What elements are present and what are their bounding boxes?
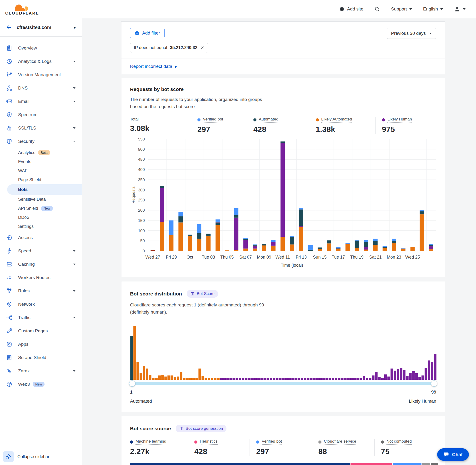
stat-label[interactable]: Likely Human: [387, 117, 412, 123]
stat-label[interactable]: Likely Automated: [321, 117, 352, 123]
slider-max-label: Likely Human: [409, 399, 436, 404]
date-range-select[interactable]: Previous 30 days: [387, 28, 436, 39]
filter-chip-text: IP does not equal: [134, 45, 167, 50]
stat-label[interactable]: Verified bot: [203, 117, 223, 123]
stat-automated: Automated428: [247, 117, 309, 134]
sidebar-item-waf[interactable]: WAF: [0, 166, 82, 175]
caret-down-icon: [73, 264, 75, 265]
svg-text:Sat 21: Sat 21: [369, 255, 382, 260]
sidebar-item-web3[interactable]: Web3New: [0, 378, 82, 391]
legend-dot: [256, 441, 259, 444]
sidebar-item-settings[interactable]: Settings: [0, 222, 82, 231]
stat-machine-learning: Machine learning2.27k: [130, 439, 188, 456]
chevron-right-icon[interactable]: ▸: [74, 25, 76, 30]
account-menu[interactable]: [454, 6, 465, 12]
sidebar-item-sensitive-data[interactable]: Sensitive Data: [0, 195, 82, 204]
stat-label[interactable]: Not computed: [386, 439, 412, 445]
stat-label[interactable]: Heuristics: [200, 439, 218, 445]
bot-score-generation-badge[interactable]: Bot score generation: [176, 425, 227, 432]
stat-label[interactable]: Machine learning: [136, 439, 166, 445]
svg-text:Wed 27: Wed 27: [146, 255, 160, 260]
requests-stacked-bar-chart[interactable]: 050100150200250300350400450500550Wed 27F…: [130, 135, 436, 273]
sidebar-item-analytics-logs[interactable]: Analytics & Logs: [0, 55, 82, 68]
source-distribution-bar[interactable]: [130, 463, 436, 465]
stat-value: 428: [194, 447, 246, 456]
close-icon[interactable]: [200, 46, 204, 50]
sidebar-item-scrape-shield[interactable]: Scrape Shield: [0, 351, 82, 364]
stat-label[interactable]: Verified bot: [262, 439, 282, 445]
legend-dot: [381, 441, 384, 444]
dns-icon: [6, 85, 12, 91]
sidebar-item-events[interactable]: Events: [0, 157, 82, 166]
slider-min-value: 1: [130, 390, 133, 395]
stat-value: 428: [253, 125, 305, 134]
sidebar-item-workers-routes[interactable]: Workers Routes: [0, 271, 82, 284]
caret-down-icon: [73, 101, 75, 102]
sidebar-item-traffic[interactable]: Traffic: [0, 311, 82, 324]
source-segment-cloudflare-service[interactable]: [422, 463, 431, 465]
api-shield-badge: New: [41, 206, 53, 211]
sidebar-item-access[interactable]: Access: [0, 231, 82, 244]
sidebar-item-ssl-tls[interactable]: SSL/TLS: [0, 121, 82, 135]
sidebar-item-network[interactable]: Network: [0, 298, 82, 311]
scrape-shield-icon: [6, 355, 12, 361]
gear-button[interactable]: [3, 451, 14, 462]
source-segment-machine-learning[interactable]: [130, 463, 350, 465]
legend-dot: [316, 118, 319, 121]
sidebar-item-bots[interactable]: Bots: [7, 184, 82, 195]
sidebar-item-spectrum[interactable]: Spectrum: [0, 108, 82, 121]
legend-dot: [318, 441, 321, 444]
back-arrow-icon[interactable]: [6, 24, 12, 31]
sidebar-item-speed[interactable]: Speed: [0, 244, 82, 258]
sidebar-item-caching[interactable]: Caching: [0, 258, 82, 271]
caret-up-icon: [73, 141, 75, 142]
stat-value: 88: [318, 447, 370, 456]
sidebar-item-zaraz[interactable]: Zaraz: [0, 364, 82, 378]
slider-handle-min[interactable]: [129, 380, 135, 387]
chat-button[interactable]: Chat: [437, 448, 469, 461]
sidebar-item-api-shield[interactable]: API ShieldNew: [0, 204, 82, 213]
search-button[interactable]: [374, 6, 380, 12]
filter-chip[interactable]: IP does not equal 35.212.240.32: [130, 43, 208, 53]
sidebar-item-dns[interactable]: DNS: [0, 81, 82, 95]
svg-text:Oct: Oct: [186, 255, 193, 260]
sidebar-item-analytics[interactable]: AnalyticsBeta: [0, 148, 82, 157]
stat-label[interactable]: Cloudflare service: [324, 439, 356, 445]
caret-down-icon: [440, 8, 443, 10]
collapse-sidebar[interactable]: Collapse sidebar: [3, 451, 49, 462]
language-menu[interactable]: English: [423, 6, 443, 12]
add-site-button[interactable]: Add site: [339, 6, 363, 12]
slider-handle-max[interactable]: [431, 380, 437, 387]
svg-text:550: 550: [138, 137, 145, 141]
svg-text:350: 350: [138, 178, 145, 182]
sidebar-item-rules[interactable]: Rules: [0, 284, 82, 298]
caret-down-icon: [73, 370, 75, 372]
add-filter-button[interactable]: Add filter: [130, 28, 165, 38]
caret-down-icon: [73, 250, 75, 252]
bot-score-badge[interactable]: Bot Score: [187, 290, 218, 298]
sidebar-item-security[interactable]: Security: [0, 135, 82, 148]
sidebar-item-page-shield[interactable]: Page Shield: [0, 175, 82, 184]
sidebar-item-version-management[interactable]: Version Management: [0, 68, 82, 81]
report-incorrect-data-link[interactable]: Report incorrect data ▶: [121, 59, 445, 74]
slider-track[interactable]: [130, 382, 436, 385]
source-segment-verified-bot[interactable]: [393, 463, 422, 465]
sidebar-item-email[interactable]: Email: [0, 95, 82, 108]
distribution-card-title: Bot score distribution: [130, 291, 182, 297]
cloudflare-logo[interactable]: CLOUDFLARE: [4, 2, 40, 16]
bot-score-histogram[interactable]: [130, 323, 436, 380]
sidebar-nav: OverviewAnalytics & LogsVersion Manageme…: [0, 37, 82, 391]
source-segment-heuristics[interactable]: [350, 463, 392, 465]
sidebar-item-ddos[interactable]: DDoS: [0, 213, 82, 222]
stat-label[interactable]: Automated: [259, 117, 278, 123]
sidebar-item-overview[interactable]: Overview: [0, 42, 82, 55]
svg-text:Mon 09: Mon 09: [257, 255, 271, 260]
source-segment-not-computed[interactable]: [431, 463, 438, 465]
svg-text:Thu 05: Thu 05: [220, 255, 233, 260]
plus-circle-icon: [135, 31, 139, 36]
sidebar-item-custom-pages[interactable]: Custom Pages: [0, 324, 82, 338]
svg-text:Tue 03: Tue 03: [202, 255, 215, 260]
sidebar-item-apps[interactable]: Apps: [0, 338, 82, 351]
collapse-sidebar-label: Collapse sidebar: [17, 454, 49, 459]
support-menu[interactable]: Support: [391, 6, 412, 12]
